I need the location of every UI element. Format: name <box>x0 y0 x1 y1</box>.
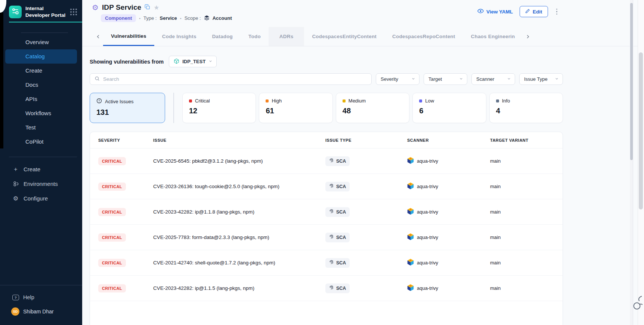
feedback-widget-icon[interactable] <box>632 295 644 313</box>
sidebar-item-docs[interactable]: Docs <box>5 78 77 92</box>
project-select[interactable]: IDP_TEST <box>169 56 217 67</box>
target-variant: main <box>490 209 563 215</box>
issue-type-label: SCA <box>336 184 346 189</box>
critical-card[interactable]: Critical 12 <box>182 93 256 123</box>
medium-card[interactable]: Medium 48 <box>336 93 409 123</box>
copy-icon[interactable] <box>145 4 150 11</box>
sidebar-header: Internal Developer Portal <box>0 0 82 18</box>
tab-codespaces-entity-content[interactable]: CodespacesEntityContent <box>304 27 384 46</box>
tabs-scroll-left-icon[interactable] <box>93 34 103 39</box>
high-card[interactable]: High 61 <box>259 93 332 123</box>
table-row[interactable]: CRITICAL CVE-2023-26136: tough-cookie@2.… <box>90 174 563 199</box>
help-chat-icon: ? <box>12 295 19 300</box>
tab-codespaces-repo-content[interactable]: CodespacesRepoContent <box>384 27 463 46</box>
stat-label: Active Issues <box>105 99 134 104</box>
tab-todo[interactable]: Todo <box>241 27 269 46</box>
sidebar-item-apis[interactable]: APIs <box>5 92 77 106</box>
medium-dot-icon <box>343 99 346 102</box>
search-input[interactable] <box>103 76 367 82</box>
filter-label: Severity <box>381 76 398 82</box>
target-filter[interactable]: Target <box>424 73 467 85</box>
severity-badge: CRITICAL <box>98 157 126 165</box>
fingerprint-icon <box>329 158 334 164</box>
info-card[interactable]: Info 4 <box>489 93 563 123</box>
apps-grid-icon[interactable] <box>70 9 77 15</box>
edit-label: Edit <box>533 9 542 15</box>
scanner-name: aqua-trivy <box>417 158 438 164</box>
main-content: ⚙ IDP Service ★ Component • Type : Servi… <box>82 0 644 325</box>
type-value: Service <box>160 15 177 21</box>
severity-cards: Critical 12 High 61 Medium 48 Low 6 <box>182 93 563 123</box>
issue-type-pill: SCA <box>325 156 350 166</box>
issue-type-pill: SCA <box>325 182 350 191</box>
portal-logo[interactable] <box>9 6 22 18</box>
showing-row: Showing vulnerabilities from IDP_TEST <box>90 56 217 67</box>
scanner-filter[interactable]: Scanner <box>471 73 515 85</box>
sidebar-action-label: Environments <box>24 181 58 187</box>
tab-adrs[interactable]: ADRs <box>269 27 304 46</box>
content-scrollbar-thumb[interactable] <box>630 3 633 160</box>
info-dot-icon <box>496 99 499 102</box>
page-title: IDP Service <box>102 3 141 12</box>
active-issues-card[interactable]: Active Issues 131 <box>90 93 165 123</box>
edit-button[interactable]: Edit <box>520 6 548 17</box>
sidebar-item-overview[interactable]: Overview <box>5 35 77 49</box>
table-header-row: SEVERITY ISSUE ISSUE TYPE SCANNER TARGET… <box>90 132 563 148</box>
sidebar-item-create[interactable]: Create <box>5 64 77 78</box>
sidebar-item-test[interactable]: Test <box>5 120 77 135</box>
issue-text: CVE-2025-6545: pbkdf2@3.1.2 (lang-pkgs, … <box>153 158 325 164</box>
target-variant: main <box>490 184 563 189</box>
scanner-cell: aqua-trivy <box>407 208 490 216</box>
table-row[interactable]: CRITICAL CVE-2023-42282: ip@1.1.8 (lang-… <box>90 199 563 225</box>
sidebar-item-catalog[interactable]: Catalog <box>5 49 77 64</box>
tab-chaos-engineering[interactable]: Chaos Engineerin <box>463 27 523 46</box>
tabs-scroll-right-icon[interactable] <box>523 34 533 39</box>
col-issue: ISSUE <box>153 138 325 142</box>
table-row[interactable]: CRITICAL CVE-2025-6545: pbkdf2@3.1.2 (la… <box>90 148 563 174</box>
sidebar-item-workflows[interactable]: Workflows <box>5 106 77 120</box>
user-menu[interactable]: SD Shibam Dhar <box>0 300 82 316</box>
scanner-name: aqua-trivy <box>417 285 438 291</box>
header-actions: View YAML Edit <box>477 6 559 17</box>
help-button[interactable]: ? Help <box>0 285 82 300</box>
view-yaml-label: View YAML <box>486 9 513 15</box>
trivy-cube-icon <box>407 208 414 216</box>
chevron-down-icon <box>459 76 463 82</box>
issue-type-filter[interactable]: Issue Type <box>519 73 563 85</box>
stat-label: High <box>272 98 282 104</box>
tab-code-insights[interactable]: Code Insights <box>154 27 204 46</box>
help-label: Help <box>23 294 34 300</box>
dot-separator: • <box>180 16 182 21</box>
pencil-icon <box>525 9 530 15</box>
issue-info-icon <box>96 98 102 105</box>
portal-title: Internal Developer Portal <box>25 5 66 18</box>
scanner-name: aqua-trivy <box>417 184 438 189</box>
table-row[interactable]: CRITICAL CVE-2021-42740: shell-quote@1.7… <box>90 250 563 276</box>
sidebar-action-environments[interactable]: Environments <box>0 177 82 191</box>
tab-vulnerabilities[interactable]: Vulnerabilities <box>103 27 154 46</box>
fingerprint-icon <box>329 234 334 240</box>
low-card[interactable]: Low 6 <box>412 93 486 123</box>
stat-label: Low <box>425 98 434 104</box>
target-variant: main <box>490 285 563 291</box>
severity-badge: CRITICAL <box>98 259 126 267</box>
severity-badge: CRITICAL <box>98 208 126 216</box>
scanner-name: aqua-trivy <box>417 260 438 266</box>
view-yaml-button[interactable]: View YAML <box>477 8 513 15</box>
favorite-star-icon[interactable]: ★ <box>154 4 159 11</box>
severity-filter[interactable]: Severity <box>376 73 419 85</box>
tab-datadog[interactable]: Datadog <box>204 27 241 46</box>
more-options-kebab-icon[interactable] <box>555 7 559 16</box>
target-variant: main <box>490 260 563 266</box>
stat-label: Critical <box>195 98 210 104</box>
sidebar-item-copilot[interactable]: CoPilot <box>5 135 77 149</box>
table-row[interactable]: CRITICAL CVE-2023-42282: ip@1.1.5 (lang-… <box>90 276 563 301</box>
severity-badge: CRITICAL <box>98 284 126 292</box>
stats-divider <box>173 93 174 123</box>
sidebar-action-create[interactable]: + Create <box>0 162 82 177</box>
browser-scrollbar-thumb[interactable] <box>639 52 643 209</box>
table-row[interactable]: CRITICAL CVE-2025-7783: form-data@2.3.3 … <box>90 225 563 250</box>
chevron-down-icon <box>555 76 559 82</box>
sidebar-action-configure[interactable]: ⚙ Configure <box>0 191 82 206</box>
fingerprint-icon <box>329 285 334 291</box>
